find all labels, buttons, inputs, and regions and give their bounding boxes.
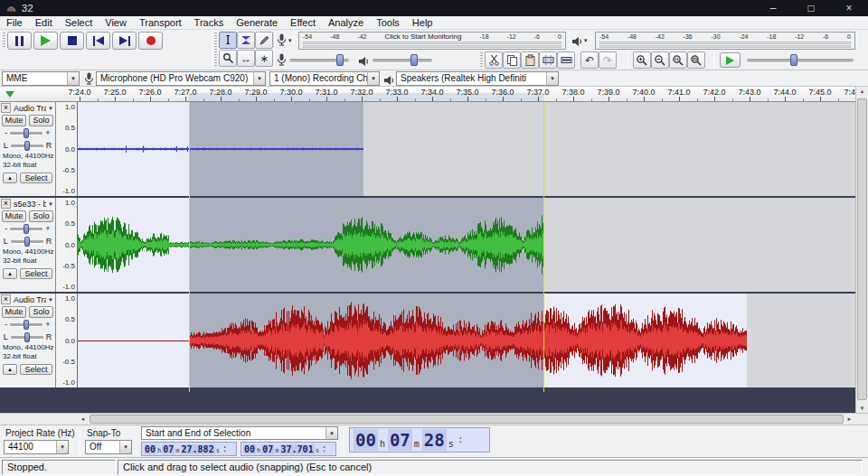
select-button[interactable]: Select [20, 173, 52, 183]
skip-to-start-button[interactable] [86, 32, 110, 50]
mute-button[interactable]: Mute [2, 115, 26, 126]
vertical-scale-ruler[interactable]: 1.00.50.0-0.5-1.0 [56, 294, 78, 387]
transport-toolbar-grip[interactable] [3, 33, 5, 48]
selection-tool-button[interactable]: I [219, 32, 237, 49]
track-menu-arrow-icon[interactable]: ▼ [46, 297, 55, 303]
stop-button[interactable] [60, 32, 84, 50]
play-button[interactable] [33, 32, 58, 50]
menu-select[interactable]: Select [59, 17, 99, 28]
track-title[interactable]: s5e33 - bjk [12, 200, 46, 209]
close-button[interactable]: × [830, 0, 868, 16]
track-close-button[interactable]: × [1, 199, 11, 209]
recording-meter[interactable]: -54-48-42Click to Start Monitoring-18-12… [298, 32, 566, 50]
selection-start-field[interactable]: 00h 07m 27.882s ▴▾ [141, 442, 237, 456]
silence-audio-button[interactable] [557, 51, 575, 69]
menu-help[interactable]: Help [406, 17, 439, 28]
recording-volume-slider[interactable] [289, 59, 349, 62]
menu-generate[interactable]: Generate [230, 17, 284, 28]
timeline-options-pulldown-icon[interactable] [5, 91, 14, 98]
minimize-button[interactable]: – [754, 0, 792, 16]
pan-slider[interactable] [11, 336, 43, 339]
playback-device-select[interactable]: Speakers (Realtek High Definiti ▾ [396, 71, 559, 86]
menu-effect[interactable]: Effect [284, 17, 322, 28]
menu-view[interactable]: View [99, 17, 133, 28]
selection-end-field[interactable]: 00h 07m 37.701s ▴▾ [241, 442, 336, 456]
multi-tool-button[interactable]: ∗ [255, 50, 273, 67]
menu-transport[interactable]: Transport [133, 17, 188, 28]
playback-meter[interactable]: -54-48-42-36-30-24-18-12-60 [595, 32, 855, 50]
menu-edit[interactable]: Edit [29, 17, 59, 28]
gain-slider[interactable] [10, 132, 42, 135]
fit-project-button[interactable] [687, 51, 705, 69]
collapse-button[interactable]: ▲ [3, 173, 17, 183]
pause-button[interactable] [7, 32, 32, 50]
pan-slider-thumb[interactable] [24, 141, 30, 151]
waveform-canvas[interactable] [78, 294, 855, 387]
vertical-scrollbar-thumb[interactable] [857, 98, 867, 400]
zoom-in-button[interactable] [633, 51, 651, 69]
fit-selection-button[interactable] [669, 51, 687, 69]
selection-mode-select[interactable]: Start and End of Selection ▾ [141, 426, 338, 440]
cut-button[interactable] [485, 51, 503, 69]
menu-tools[interactable]: Tools [370, 17, 406, 28]
vertical-scale-ruler[interactable]: 1.00.50.0-0.5-1.0 [56, 198, 78, 292]
menu-analyze[interactable]: Analyze [322, 17, 370, 28]
recording-channels-select[interactable]: 1 (Mono) Recording Chann ▾ [269, 71, 380, 86]
gain-slider-thumb[interactable] [24, 128, 29, 138]
menu-file[interactable]: File [0, 17, 29, 28]
track-menu-arrow-icon[interactable]: ▼ [46, 106, 55, 111]
playback-volume-thumb[interactable] [410, 54, 418, 66]
solo-button[interactable]: Solo [29, 306, 53, 318]
gain-slider[interactable] [10, 323, 42, 326]
skip-to-end-button[interactable] [112, 32, 137, 50]
playback-meter-dropdown-icon[interactable]: ▾ [584, 37, 588, 44]
track-title[interactable]: Audio Track [12, 104, 46, 113]
horizontal-scrollbar[interactable]: ◄ ► [0, 413, 868, 425]
spinner[interactable]: ▴▾ [323, 444, 326, 453]
collapse-button[interactable]: ▲ [3, 268, 17, 279]
edit-toolbar-grip[interactable] [480, 52, 483, 68]
waveform-canvas[interactable] [78, 198, 855, 292]
scroll-down-arrow-icon[interactable]: ▼ [856, 406, 868, 411]
audio-host-select[interactable]: MME ▾ [2, 71, 80, 86]
project-rate-select[interactable]: 44100 ▾ [4, 440, 69, 454]
play-speed-thumb[interactable] [790, 54, 797, 66]
scroll-right-arrow-icon[interactable]: ► [844, 414, 855, 425]
scroll-left-arrow-icon[interactable]: ◄ [77, 414, 89, 425]
track-title[interactable]: Audio Track [12, 295, 46, 304]
record-button[interactable] [138, 32, 163, 50]
spinner[interactable]: ▴▾ [223, 444, 226, 453]
monitor-text[interactable]: Click to Start Monitoring [384, 33, 461, 41]
mute-button[interactable]: Mute [2, 306, 26, 318]
gain-slider-thumb[interactable] [24, 320, 29, 330]
solo-button[interactable]: Solo [29, 210, 53, 222]
time-shift-tool-button[interactable]: ↔ [237, 50, 255, 67]
undo-button[interactable]: ↶ [580, 51, 599, 69]
gain-slider[interactable] [10, 228, 42, 230]
play-at-speed-button[interactable] [720, 52, 741, 68]
copy-button[interactable] [503, 51, 521, 69]
draw-tool-button[interactable] [255, 32, 273, 49]
pan-slider-thumb[interactable] [24, 237, 30, 247]
playback-volume-slider[interactable] [373, 59, 432, 62]
track-menu-arrow-icon[interactable]: ▼ [46, 201, 55, 207]
horizontal-scrollbar-thumb[interactable] [90, 415, 844, 424]
paste-button[interactable] [521, 51, 539, 69]
select-button[interactable]: Select [20, 364, 52, 375]
recording-volume-thumb[interactable] [336, 54, 344, 66]
redo-button[interactable]: ↷ [599, 51, 617, 69]
pan-slider[interactable] [11, 240, 43, 243]
timeline-ruler[interactable]: 7:24.07:25.07:26.07:27.07:28.07:29.07:30… [0, 87, 855, 102]
tools-toolbar-grip[interactable] [214, 33, 217, 67]
zoom-tool-button[interactable] [219, 50, 237, 67]
spinner[interactable]: ▴▾ [459, 435, 462, 444]
audio-position-display[interactable]: 00h 07m 28s ▴▾ [349, 427, 490, 453]
menu-tracks[interactable]: Tracks [188, 17, 231, 28]
mute-button[interactable]: Mute [2, 210, 26, 222]
record-meter-dropdown-icon[interactable]: ▾ [288, 37, 292, 44]
vertical-scale-ruler[interactable]: 1.00.50.0-0.5-1.0 [56, 102, 78, 196]
pan-slider-thumb[interactable] [24, 332, 30, 342]
maximize-button[interactable]: □ [792, 0, 830, 16]
track-close-button[interactable]: × [1, 103, 11, 113]
vertical-scrollbar[interactable]: ▲ ▼ [855, 87, 868, 413]
